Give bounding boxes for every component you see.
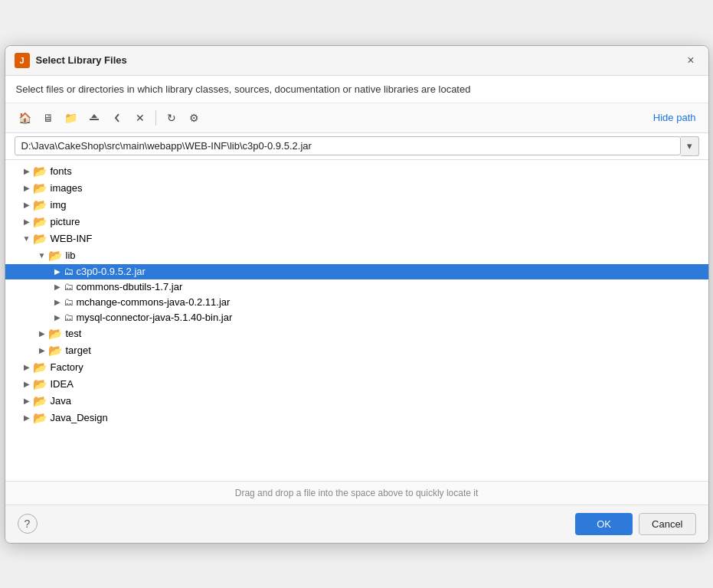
tree-item-mysql[interactable]: ▶ 🗂 mysql-connector-java-5.1.40-bin.jar xyxy=(5,310,708,325)
expand-icon-java: ▶ xyxy=(21,395,33,407)
expand-icon-picture: ▶ xyxy=(21,216,33,228)
tree-label-mchange: mchange-commons-java-0.2.11.jar xyxy=(77,296,231,308)
expand-icon-mysql: ▶ xyxy=(51,312,64,324)
expand-icon-target: ▶ xyxy=(36,345,48,357)
tree-item-commons[interactable]: ▶ 🗂 commons-dbutils-1.7.jar xyxy=(5,279,708,295)
settings-button[interactable]: ⚙ xyxy=(184,108,205,128)
tree-item-webinf[interactable]: ▼ 📂 WEB-INF xyxy=(5,230,708,247)
path-dropdown-button[interactable]: ▾ xyxy=(681,136,699,156)
tree-label-mysql: mysql-connector-java-5.1.40-bin.jar xyxy=(77,312,233,323)
jar-icon-commons: 🗂 xyxy=(64,281,74,292)
folder-icon-java-design: 📂 xyxy=(33,411,47,425)
tree-label-images: images xyxy=(51,182,83,194)
expand-icon-img: ▶ xyxy=(21,199,33,211)
tree-item-c3p0[interactable]: ▶ 🗂 c3p0-0.9.5.2.jar xyxy=(5,264,708,279)
select-library-dialog: J Select Library Files × Select files or… xyxy=(5,45,709,544)
toolbar: 🏠 🖥 📁 ✕ ↻ ⚙ Hide path xyxy=(5,103,708,133)
folder-icon-img: 📂 xyxy=(33,198,47,212)
dialog-title: Select Library Files xyxy=(36,54,127,66)
tree-item-idea[interactable]: ▶ 📂 IDEA xyxy=(5,376,708,393)
help-button[interactable]: ? xyxy=(18,514,38,534)
desktop-button[interactable]: 🖥 xyxy=(38,108,59,128)
drag-drop-hint: Drag and drop a file into the space abov… xyxy=(5,482,708,505)
tree-item-factory[interactable]: ▶ 📂 Factory xyxy=(5,359,708,376)
expand-icon-idea: ▶ xyxy=(21,378,33,390)
close-button[interactable]: × xyxy=(682,52,698,69)
tree-item-lib[interactable]: ▼ 📂 lib xyxy=(5,247,708,264)
dialog-subtitle: Select files or directories in which lib… xyxy=(5,76,708,103)
refresh-button[interactable]: ↻ xyxy=(161,108,182,128)
expand-icon-factory: ▶ xyxy=(21,361,33,374)
tree-item-img[interactable]: ▶ 📂 img xyxy=(5,197,708,214)
expand-icon-lib: ▼ xyxy=(36,250,48,262)
tree-item-picture[interactable]: ▶ 📂 picture xyxy=(5,214,708,230)
expand-icon-images: ▶ xyxy=(21,182,33,194)
folder-icon-fonts: 📂 xyxy=(33,165,47,178)
tree-item-target[interactable]: ▶ 📂 target xyxy=(5,342,708,359)
folder-icon-webinf: 📂 xyxy=(33,232,47,246)
expand-icon-fonts: ▶ xyxy=(21,165,33,178)
expand-icon-test: ▶ xyxy=(36,328,48,340)
footer-actions: OK Cancel xyxy=(575,513,695,535)
tree-label-lib: lib xyxy=(66,250,76,261)
svg-rect-0 xyxy=(90,119,99,120)
tree-item-fonts[interactable]: ▶ 📂 fonts xyxy=(5,163,708,180)
path-bar: ▾ xyxy=(5,133,708,160)
ok-button[interactable]: OK xyxy=(575,513,633,535)
tree-label-target: target xyxy=(66,345,91,356)
home-button[interactable]: 🏠 xyxy=(15,108,36,128)
expand-icon-c3p0: ▶ xyxy=(51,266,64,278)
tree-item-java[interactable]: ▶ 📂 Java xyxy=(5,393,708,410)
path-input[interactable] xyxy=(15,136,681,155)
go-up-button[interactable] xyxy=(83,108,105,128)
cancel-button[interactable]: Cancel xyxy=(639,513,695,535)
new-folder-button[interactable]: 📁 xyxy=(61,108,82,128)
folder-icon-test: 📂 xyxy=(48,327,63,341)
tree-label-java: Java xyxy=(51,395,71,407)
tree-label-idea: IDEA xyxy=(51,378,74,390)
tree-item-test[interactable]: ▶ 📂 test xyxy=(5,325,708,342)
tree-item-java-design[interactable]: ▶ 📂 Java_Design xyxy=(5,410,708,426)
tree-item-images[interactable]: ▶ 📂 images xyxy=(5,180,708,197)
delete-button[interactable]: ✕ xyxy=(129,108,151,128)
tree-label-test: test xyxy=(66,328,82,339)
expand-icon-mchange: ▶ xyxy=(51,296,64,309)
tree-label-commons: commons-dbutils-1.7.jar xyxy=(77,281,183,292)
expand-icon-commons: ▶ xyxy=(51,281,64,293)
file-tree[interactable]: ▶ 📂 fonts ▶ 📂 images ▶ 📂 img ▶ 📂 picture… xyxy=(5,160,708,482)
tree-label-factory: Factory xyxy=(51,361,83,373)
tree-label-picture: picture xyxy=(51,216,80,227)
folder-icon-lib: 📂 xyxy=(48,249,63,263)
title-bar-left: J Select Library Files xyxy=(15,53,127,68)
tree-label-java-design: Java_Design xyxy=(51,412,108,423)
expand-icon-java-design: ▶ xyxy=(21,412,33,424)
hide-path-button[interactable]: Hide path xyxy=(650,110,699,125)
toolbar-separator-1 xyxy=(155,110,156,126)
expand-icon-webinf: ▼ xyxy=(21,233,33,245)
jar-icon-mysql: 🗂 xyxy=(64,312,74,323)
folder-icon-picture: 📂 xyxy=(33,215,47,229)
tree-item-mchange[interactable]: ▶ 🗂 mchange-commons-java-0.2.11.jar xyxy=(5,295,708,310)
tree-label-c3p0: c3p0-0.9.5.2.jar xyxy=(77,266,146,277)
tree-label-img: img xyxy=(51,199,67,211)
tree-label-webinf: WEB-INF xyxy=(51,233,93,244)
jar-icon-mchange: 🗂 xyxy=(64,296,74,308)
folder-icon-images: 📂 xyxy=(33,181,47,195)
dialog-footer: ? OK Cancel xyxy=(5,505,708,543)
title-bar: J Select Library Files × xyxy=(5,46,708,76)
folder-icon-idea: 📂 xyxy=(33,377,47,391)
app-icon: J xyxy=(15,53,30,68)
tree-label-fonts: fonts xyxy=(51,165,72,177)
folder-icon-factory: 📂 xyxy=(33,361,47,374)
folder-icon-target: 📂 xyxy=(48,344,63,358)
jar-icon-c3p0: 🗂 xyxy=(64,266,74,277)
folder-icon-java: 📂 xyxy=(33,394,47,408)
go-back-button[interactable] xyxy=(106,108,128,128)
